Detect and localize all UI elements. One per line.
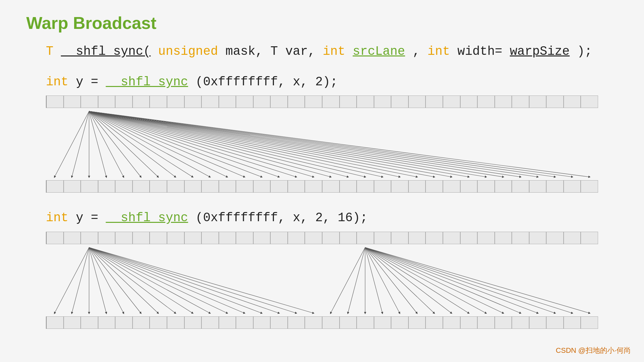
svg-line-58 (365, 247, 503, 313)
source-cells-1 (46, 96, 598, 108)
lane-cell-6 (150, 180, 167, 193)
lane-cell-18 (357, 96, 374, 108)
lane-cell-13 (270, 96, 288, 108)
lane-cell-27 (512, 180, 529, 193)
lane-cell-0 (46, 180, 64, 193)
lane-cell-22 (426, 180, 443, 193)
svg-line-32 (54, 247, 89, 313)
svg-line-49 (348, 247, 365, 313)
svg-line-63 (365, 247, 590, 313)
lane-cell-5 (133, 180, 150, 193)
svg-line-11 (89, 111, 244, 177)
svg-line-55 (365, 247, 451, 313)
lane-cell-30 (564, 316, 581, 329)
lane-cell-1 (64, 232, 81, 244)
lane-cell-15 (305, 180, 322, 193)
lane-cell-2 (81, 180, 98, 193)
lane-cell-7 (167, 232, 184, 244)
lane-cell-31 (581, 232, 598, 244)
svg-line-56 (365, 247, 469, 313)
lane-cell-10 (219, 96, 236, 108)
lane-cell-9 (201, 96, 219, 108)
lane-cell-20 (391, 316, 408, 329)
svg-line-28 (89, 111, 537, 177)
int-kw-ex2: int (46, 211, 68, 225)
code-example-2: int y = __shfl_sync (0xffffffff, x, 2, 1… (46, 209, 618, 226)
lane-cell-9 (201, 316, 219, 329)
lane-cell-31 (581, 316, 598, 329)
svg-line-52 (365, 247, 400, 313)
lane-cell-14 (288, 96, 305, 108)
lane-cell-8 (184, 316, 202, 329)
lane-cell-29 (546, 316, 564, 329)
svg-line-61 (365, 247, 555, 313)
lane-cell-18 (357, 316, 374, 329)
lane-cell-3 (98, 96, 115, 108)
lane-cell-26 (495, 232, 512, 244)
svg-line-45 (89, 247, 279, 313)
lane-cell-7 (167, 316, 184, 329)
lane-cell-24 (460, 232, 478, 244)
lane-cell-22 (426, 316, 443, 329)
lane-cell-16 (322, 316, 340, 329)
svg-line-27 (89, 111, 520, 177)
lane-cell-9 (201, 180, 219, 193)
lane-cell-15 (305, 316, 322, 329)
diagram-1 (46, 96, 598, 193)
lane-cell-26 (495, 96, 512, 108)
comma1: , (412, 44, 427, 58)
lane-cell-6 (150, 232, 167, 244)
lane-cell-25 (477, 96, 495, 108)
srclane-param: srcLane (353, 44, 405, 58)
svg-line-16 (89, 111, 330, 177)
lane-cell-15 (305, 232, 322, 244)
lane-cell-14 (288, 180, 305, 193)
diagram-section-2: int y = __shfl_sync (0xffffffff, x, 2, 1… (26, 209, 618, 329)
svg-line-30 (89, 111, 572, 177)
lane-cell-16 (322, 96, 340, 108)
lane-cell-8 (184, 180, 202, 193)
lane-cell-4 (115, 232, 133, 244)
lane-cell-27 (512, 316, 529, 329)
lane-cell-1 (64, 316, 81, 329)
lane-cell-15 (305, 96, 322, 108)
lane-cell-27 (512, 96, 529, 108)
lane-cell-2 (81, 96, 98, 108)
svg-line-29 (89, 111, 555, 177)
svg-line-47 (89, 247, 313, 313)
lane-cell-28 (529, 232, 547, 244)
lane-cell-18 (357, 232, 374, 244)
lane-cell-24 (460, 96, 478, 108)
lane-cell-27 (512, 232, 529, 244)
lane-cell-11 (236, 316, 253, 329)
lane-cell-13 (270, 232, 288, 244)
lane-cell-4 (115, 96, 133, 108)
svg-line-21 (89, 111, 417, 177)
lane-cell-23 (443, 232, 460, 244)
svg-line-42 (89, 247, 227, 313)
svg-line-41 (89, 247, 210, 313)
lane-cell-21 (408, 316, 426, 329)
lane-cell-24 (460, 316, 478, 329)
lane-cell-17 (340, 180, 357, 193)
lane-cell-31 (581, 180, 598, 193)
svg-line-43 (89, 247, 244, 313)
lane-cell-26 (495, 180, 512, 193)
svg-line-25 (89, 111, 486, 177)
lane-cell-0 (46, 316, 64, 329)
svg-line-20 (89, 111, 400, 177)
source-cells-2 (46, 232, 598, 244)
lane-cell-30 (564, 96, 581, 108)
lane-cell-3 (98, 316, 115, 329)
lane-cell-28 (529, 180, 547, 193)
lane-cell-14 (288, 316, 305, 329)
unsigned-kw: unsigned (158, 44, 218, 58)
lane-cell-29 (546, 232, 564, 244)
signature: CSDN @扫地的小·何尚 (556, 346, 631, 355)
svg-line-24 (89, 111, 468, 177)
svg-line-48 (331, 247, 365, 313)
int-kw1: int (323, 44, 345, 58)
lane-cell-28 (529, 316, 547, 329)
int-kw2: int (427, 44, 450, 58)
svg-line-17 (89, 111, 348, 177)
